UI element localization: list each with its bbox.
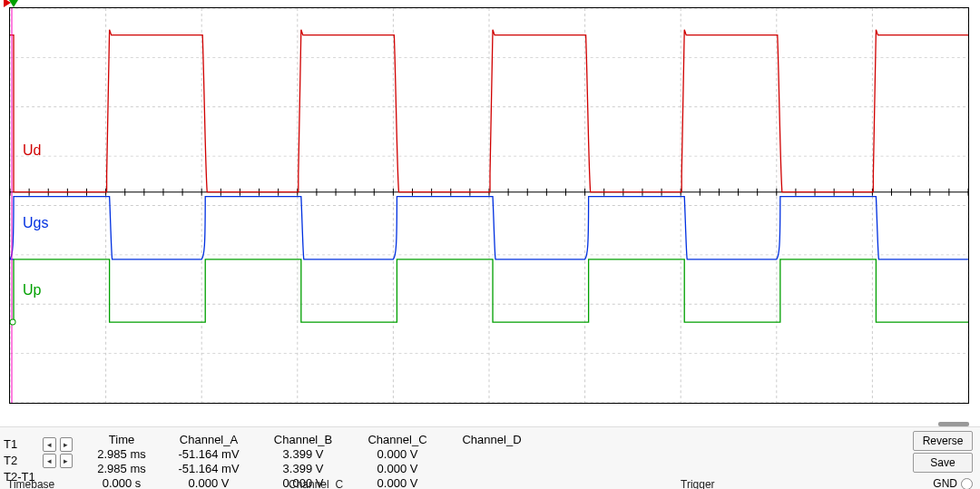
meas-hdr-chb: Channel_B <box>256 433 350 447</box>
save-button[interactable]: Save <box>913 453 973 473</box>
t2-right-button[interactable]: ▸ <box>60 454 73 468</box>
section-timebase: Timebase <box>7 480 54 489</box>
channel-label-ugs: Ugs <box>21 215 50 231</box>
scope-area: Ud Ugs Up <box>4 2 969 413</box>
cursor-row-t2: T2 ◂ ▸ <box>2 453 73 469</box>
t2-left-button[interactable]: ◂ <box>43 454 55 468</box>
meas-hdr-time: Time <box>82 433 162 447</box>
meas-r1c0: 2.985 ms <box>82 462 162 476</box>
cursor-row-t1: T1 ◂ ▸ <box>2 436 73 453</box>
cursor-controls: T1 ◂ ▸ T2 ◂ ▸ T2-T1 <box>2 436 73 485</box>
meas-r0c3: 0.000 V <box>350 447 445 462</box>
reverse-button[interactable]: Reverse <box>913 431 973 451</box>
scope-panel: Ud Ugs Up <box>0 0 980 427</box>
t1-right-button[interactable]: ▸ <box>60 437 73 452</box>
cursor-label-t2: T2 <box>2 453 39 469</box>
meas-r1c3: 0.000 V <box>350 462 445 476</box>
meas-r0c2: 3.399 V <box>256 447 350 462</box>
meas-r0c0: 2.985 ms <box>82 447 162 462</box>
meas-r1c4 <box>445 462 539 476</box>
scope-svg <box>10 8 968 403</box>
bottom-section-headers: Timebase Channel_C Trigger <box>0 480 980 489</box>
status-strip: T1 ◂ ▸ T2 ◂ ▸ T2-T1 Time Channel_A Chann… <box>0 426 980 489</box>
section-channel-c: Channel_C <box>289 480 343 489</box>
svg-point-1 <box>10 319 15 325</box>
channel-label-ud: Ud <box>21 142 43 159</box>
meas-r1c2: 3.399 V <box>256 462 350 476</box>
trigger-time-marker[interactable] <box>9 0 18 7</box>
section-trigger: Trigger <box>681 480 715 489</box>
channel-label-up: Up <box>21 282 43 298</box>
meas-r0c1: -51.164 mV <box>162 447 256 462</box>
meas-r0c4 <box>445 447 539 462</box>
meas-hdr-cha: Channel_A <box>162 433 256 447</box>
cursor-label-t1: T1 <box>2 436 39 453</box>
meas-hdr-chd: Channel_D <box>445 433 539 447</box>
meas-r1c1: -51.164 mV <box>162 462 256 476</box>
t1-left-button[interactable]: ◂ <box>43 437 55 452</box>
scope-plot[interactable]: Ud Ugs Up <box>9 7 969 404</box>
meas-hdr-chc: Channel_C <box>350 433 445 447</box>
